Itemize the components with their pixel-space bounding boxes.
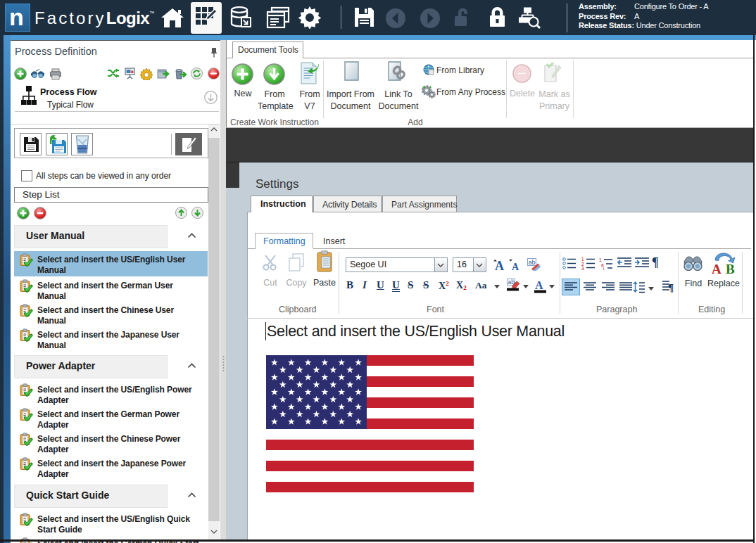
svg-text:A: A xyxy=(512,262,519,271)
svg-text:A: A xyxy=(535,280,543,291)
svg-text:ab: ab xyxy=(529,259,536,266)
svg-text:A: A xyxy=(712,262,722,274)
svg-text:i: i xyxy=(603,267,604,270)
svg-text:¶: ¶ xyxy=(668,282,674,293)
svg-text:3: 3 xyxy=(581,266,584,270)
svg-text:B: B xyxy=(726,262,735,274)
svg-text:A: A xyxy=(495,259,504,271)
